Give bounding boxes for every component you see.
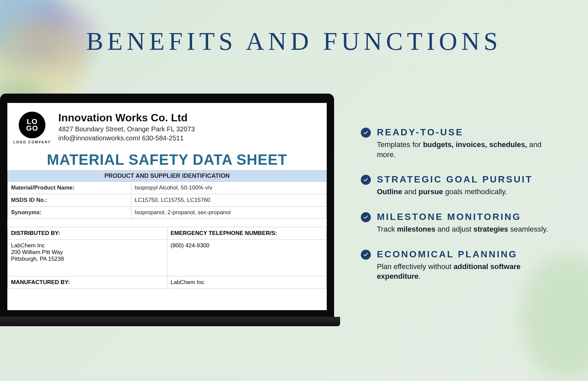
benefit-description: Track milestones and adjust strategies s… <box>377 224 548 234</box>
benefit-body: STRATEGIC GOAL PURSUIT Outline and pursu… <box>377 174 533 197</box>
distributor-name: LabChem Inc <box>11 242 164 249</box>
table-row: MSDS ID No.: LC15750, LC15755, LC15760 <box>7 194 327 207</box>
emergency-phone: (800) 424-9300 <box>167 240 327 276</box>
row-label: MSDS ID No.: <box>8 194 131 206</box>
laptop-mockup: LO GO LOGO COMPANY Innovation Works Co. … <box>0 94 341 334</box>
logo-text-bottom: GO <box>26 125 38 132</box>
company-address: 4827 Boundary Street, Orange Park FL 320… <box>58 125 195 133</box>
document-header: LO GO LOGO COMPANY Innovation Works Co. … <box>7 103 327 149</box>
desc-text: and adjust <box>435 225 473 233</box>
desc-text: and <box>402 187 419 196</box>
benefit-title: READY-TO-USE <box>377 127 558 138</box>
table-row: Material/Product Name: Isopropyl Alcohol… <box>7 182 327 194</box>
desc-text: . <box>419 272 421 280</box>
benefit-item: MILESTONE MONITORING Track milestones an… <box>361 212 558 234</box>
check-icon <box>361 212 371 222</box>
check-icon <box>361 250 371 260</box>
desc-bold: pursue <box>419 187 443 196</box>
page-title: BENEFITS AND FUNCTIONS <box>0 27 588 56</box>
benefit-body: MILESTONE MONITORING Track milestones an… <box>377 212 548 234</box>
benefit-item: ECONOMICAL PLANNING Plan effectively wit… <box>361 249 558 281</box>
row-value: Isopropyl Alcohol, 50-100% v/v <box>131 182 326 194</box>
distributor-city: Pittsburgh, PA 15238 <box>11 256 164 262</box>
laptop-bezel: LO GO LOGO COMPANY Innovation Works Co. … <box>0 94 334 318</box>
row-label: Material/Product Name: <box>8 182 131 194</box>
distributed-by-label: DISTRIBUTED BY: <box>8 227 167 239</box>
benefit-body: READY-TO-USE Templates for budgets, invo… <box>377 127 558 159</box>
table-row: LabChem Inc 200 William Pitt Way Pittsbu… <box>7 240 327 276</box>
distributor-street: 200 William Pitt Way <box>11 249 164 256</box>
emergency-label: EMERGENCY TELEPHONE NUMBER/S: <box>167 227 327 239</box>
benefit-title: MILESTONE MONITORING <box>377 212 548 222</box>
company-info: Innovation Works Co. Ltd 4827 Boundary S… <box>58 112 195 142</box>
logo-icon: LO GO <box>19 112 45 138</box>
table-row: DISTRIBUTED BY: EMERGENCY TELEPHONE NUMB… <box>7 227 327 240</box>
table-row: Synonyms: Isopropanol, 2-propanol, sec-p… <box>7 207 327 219</box>
laptop-base <box>0 317 340 326</box>
desc-text: Track <box>377 225 397 233</box>
desc-text: Templates for <box>377 140 423 149</box>
check-icon <box>361 128 371 138</box>
logo-caption: LOGO COMPANY <box>13 140 51 144</box>
row-value: LC15750, LC15755, LC15760 <box>131 194 326 206</box>
check-icon <box>361 175 371 185</box>
benefit-description: Templates for budgets, invoices, schedul… <box>377 140 558 159</box>
desc-text: goals methodically. <box>443 187 507 196</box>
benefit-title: ECONOMICAL PLANNING <box>377 249 558 260</box>
section-heading: PRODUCT AND SUPPLIER IDENTIFICATION <box>7 170 327 182</box>
logo-column: LO GO LOGO COMPANY <box>13 112 51 144</box>
desc-bold: budgets, invoices, schedules, <box>423 140 527 149</box>
laptop-screen: LO GO LOGO COMPANY Innovation Works Co. … <box>7 103 327 310</box>
benefit-description: Plan effectively without additional soft… <box>377 262 558 281</box>
desc-bold: Outline <box>377 187 402 196</box>
benefits-list: READY-TO-USE Templates for budgets, invo… <box>361 127 558 281</box>
company-contact: info@innovationworks.comI 630-584-2511 <box>58 134 195 142</box>
row-label: Synonyms: <box>8 207 131 219</box>
company-name: Innovation Works Co. Ltd <box>58 112 195 124</box>
benefit-title: STRATEGIC GOAL PURSUIT <box>377 174 533 185</box>
manufactured-by-label: MANUFACTURED BY: <box>8 276 167 288</box>
benefit-item: STRATEGIC GOAL PURSUIT Outline and pursu… <box>361 174 558 197</box>
benefit-description: Outline and pursue goals methodically. <box>377 187 533 197</box>
manufactured-by-value: LabChem Inc <box>167 276 327 288</box>
desc-bold: strategies <box>473 225 508 233</box>
benefit-body: ECONOMICAL PLANNING Plan effectively wit… <box>377 249 558 281</box>
spacer <box>7 219 327 227</box>
distributed-by-value: LabChem Inc 200 William Pitt Way Pittsbu… <box>8 240 167 276</box>
document-title: MATERIAL SAFETY DATA SHEET <box>7 151 327 168</box>
desc-text: Plan effectively without <box>377 262 454 271</box>
table-row: MANUFACTURED BY: LabChem Inc <box>7 276 327 289</box>
row-value: Isopropanol, 2-propanol, sec-propanol <box>131 207 326 219</box>
desc-bold: milestones <box>397 225 435 233</box>
benefit-item: READY-TO-USE Templates for budgets, invo… <box>361 127 558 159</box>
desc-text: seamlessly. <box>508 225 548 233</box>
